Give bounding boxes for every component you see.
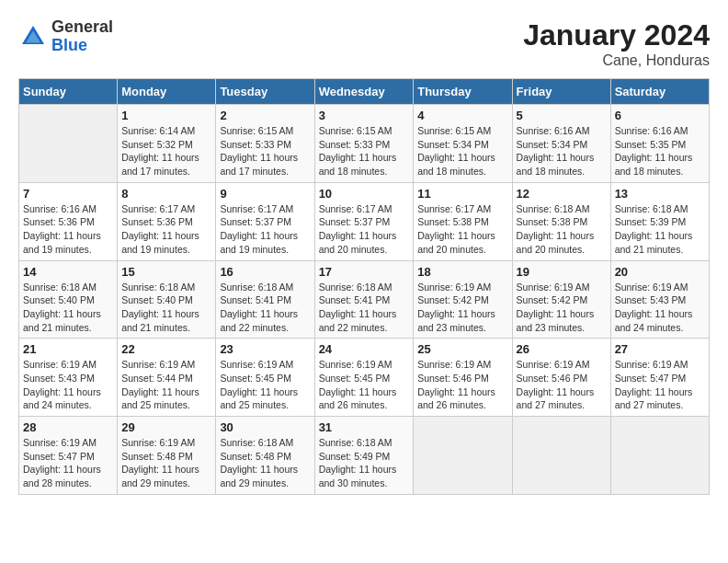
- day-info: Sunrise: 6:18 AM Sunset: 5:40 PM Dayligh…: [121, 281, 211, 335]
- header-cell-tuesday: Tuesday: [216, 79, 314, 105]
- day-info: Sunrise: 6:19 AM Sunset: 5:42 PM Dayligh…: [417, 281, 507, 335]
- day-info: Sunrise: 6:19 AM Sunset: 5:45 PM Dayligh…: [319, 358, 410, 412]
- header-row: SundayMondayTuesdayWednesdayThursdayFrid…: [19, 79, 710, 105]
- day-info: Sunrise: 6:17 AM Sunset: 5:38 PM Dayligh…: [417, 202, 507, 257]
- day-info: Sunrise: 6:18 AM Sunset: 5:49 PM Dayligh…: [319, 436, 410, 490]
- day-info: Sunrise: 6:19 AM Sunset: 5:43 PM Dayligh…: [615, 281, 705, 335]
- day-number: 11: [417, 187, 507, 201]
- day-cell: 25Sunrise: 6:19 AM Sunset: 5:46 PM Dayli…: [414, 339, 512, 417]
- calendar-body: 1Sunrise: 6:14 AM Sunset: 5:32 PM Daylig…: [19, 105, 710, 495]
- day-number: 13: [615, 187, 705, 201]
- day-cell: 23Sunrise: 6:19 AM Sunset: 5:45 PM Dayli…: [216, 339, 314, 417]
- day-info: Sunrise: 6:18 AM Sunset: 5:41 PM Dayligh…: [319, 281, 410, 335]
- day-number: 15: [121, 265, 211, 279]
- day-cell: 24Sunrise: 6:19 AM Sunset: 5:45 PM Dayli…: [314, 339, 414, 417]
- day-info: Sunrise: 6:15 AM Sunset: 5:33 PM Dayligh…: [220, 124, 310, 178]
- day-number: 17: [319, 265, 410, 279]
- day-cell: 16Sunrise: 6:18 AM Sunset: 5:41 PM Dayli…: [216, 260, 314, 339]
- logo: General Blue: [18, 18, 113, 55]
- day-number: 28: [23, 420, 113, 434]
- day-info: Sunrise: 6:19 AM Sunset: 5:42 PM Dayligh…: [517, 281, 607, 335]
- day-cell: 14Sunrise: 6:18 AM Sunset: 5:40 PM Dayli…: [19, 260, 118, 339]
- day-cell: 17Sunrise: 6:18 AM Sunset: 5:41 PM Dayli…: [314, 260, 414, 339]
- day-number: 7: [23, 187, 113, 201]
- header-cell-friday: Friday: [512, 79, 610, 105]
- header-cell-wednesday: Wednesday: [314, 79, 414, 105]
- day-number: 21: [23, 342, 113, 356]
- day-cell: 28Sunrise: 6:19 AM Sunset: 5:47 PM Dayli…: [19, 417, 118, 495]
- day-cell: 15Sunrise: 6:18 AM Sunset: 5:40 PM Dayli…: [118, 260, 216, 339]
- day-cell: 27Sunrise: 6:19 AM Sunset: 5:47 PM Dayli…: [610, 339, 709, 417]
- header-cell-thursday: Thursday: [414, 79, 512, 105]
- day-cell: 4Sunrise: 6:15 AM Sunset: 5:34 PM Daylig…: [414, 105, 512, 183]
- day-info: Sunrise: 6:18 AM Sunset: 5:40 PM Dayligh…: [23, 281, 113, 335]
- day-cell: 9Sunrise: 6:17 AM Sunset: 5:37 PM Daylig…: [216, 182, 314, 260]
- day-cell: 11Sunrise: 6:17 AM Sunset: 5:38 PM Dayli…: [414, 182, 512, 260]
- day-number: 12: [517, 187, 607, 201]
- week-row-2: 7Sunrise: 6:16 AM Sunset: 5:36 PM Daylig…: [19, 182, 710, 260]
- day-number: 3: [319, 109, 410, 122]
- day-cell: 13Sunrise: 6:18 AM Sunset: 5:39 PM Dayli…: [610, 182, 709, 260]
- day-info: Sunrise: 6:16 AM Sunset: 5:34 PM Dayligh…: [517, 124, 607, 178]
- day-info: Sunrise: 6:16 AM Sunset: 5:36 PM Dayligh…: [23, 202, 113, 257]
- day-number: 4: [417, 109, 507, 122]
- day-info: Sunrise: 6:19 AM Sunset: 5:48 PM Dayligh…: [121, 436, 211, 490]
- calendar-table: SundayMondayTuesdayWednesdayThursdayFrid…: [18, 78, 710, 495]
- page-subtitle: Cane, Honduras: [523, 52, 710, 69]
- title-block: January 2024 Cane, Honduras: [523, 18, 710, 69]
- day-number: 19: [517, 265, 607, 279]
- day-cell: [512, 417, 610, 495]
- day-number: 26: [517, 342, 607, 356]
- day-number: 24: [319, 342, 410, 356]
- day-info: Sunrise: 6:17 AM Sunset: 5:36 PM Dayligh…: [121, 202, 211, 257]
- day-cell: 3Sunrise: 6:15 AM Sunset: 5:33 PM Daylig…: [314, 105, 414, 183]
- day-number: 29: [121, 420, 211, 434]
- week-row-4: 21Sunrise: 6:19 AM Sunset: 5:43 PM Dayli…: [19, 339, 710, 417]
- day-cell: 30Sunrise: 6:18 AM Sunset: 5:48 PM Dayli…: [216, 417, 314, 495]
- day-info: Sunrise: 6:19 AM Sunset: 5:43 PM Dayligh…: [23, 358, 113, 412]
- day-number: 18: [417, 265, 507, 279]
- day-info: Sunrise: 6:18 AM Sunset: 5:39 PM Dayligh…: [615, 202, 705, 257]
- day-info: Sunrise: 6:17 AM Sunset: 5:37 PM Dayligh…: [220, 202, 310, 257]
- day-number: 22: [121, 342, 211, 356]
- day-cell: 8Sunrise: 6:17 AM Sunset: 5:36 PM Daylig…: [118, 182, 216, 260]
- day-info: Sunrise: 6:19 AM Sunset: 5:45 PM Dayligh…: [220, 358, 310, 412]
- day-number: 27: [615, 342, 705, 356]
- day-info: Sunrise: 6:19 AM Sunset: 5:47 PM Dayligh…: [615, 358, 705, 412]
- day-cell: 26Sunrise: 6:19 AM Sunset: 5:46 PM Dayli…: [512, 339, 610, 417]
- day-info: Sunrise: 6:19 AM Sunset: 5:46 PM Dayligh…: [517, 358, 607, 412]
- day-number: 6: [615, 109, 705, 122]
- day-info: Sunrise: 6:14 AM Sunset: 5:32 PM Dayligh…: [121, 124, 211, 178]
- day-info: Sunrise: 6:19 AM Sunset: 5:46 PM Dayligh…: [417, 358, 507, 412]
- day-number: 25: [417, 342, 507, 356]
- page-header: General Blue January 2024 Cane, Honduras: [18, 18, 710, 69]
- week-row-1: 1Sunrise: 6:14 AM Sunset: 5:32 PM Daylig…: [19, 105, 710, 183]
- day-info: Sunrise: 6:18 AM Sunset: 5:41 PM Dayligh…: [220, 281, 310, 335]
- day-info: Sunrise: 6:18 AM Sunset: 5:38 PM Dayligh…: [517, 202, 607, 257]
- day-number: 1: [121, 109, 211, 122]
- day-number: 30: [220, 420, 310, 434]
- day-cell: 22Sunrise: 6:19 AM Sunset: 5:44 PM Dayli…: [118, 339, 216, 417]
- day-info: Sunrise: 6:16 AM Sunset: 5:35 PM Dayligh…: [615, 124, 705, 178]
- week-row-3: 14Sunrise: 6:18 AM Sunset: 5:40 PM Dayli…: [19, 260, 710, 339]
- day-info: Sunrise: 6:19 AM Sunset: 5:44 PM Dayligh…: [121, 358, 211, 412]
- day-cell: 7Sunrise: 6:16 AM Sunset: 5:36 PM Daylig…: [19, 182, 118, 260]
- day-number: 31: [319, 420, 410, 434]
- day-info: Sunrise: 6:18 AM Sunset: 5:48 PM Dayligh…: [220, 436, 310, 490]
- day-cell: 6Sunrise: 6:16 AM Sunset: 5:35 PM Daylig…: [610, 105, 709, 183]
- header-cell-sunday: Sunday: [19, 79, 118, 105]
- header-cell-monday: Monday: [118, 79, 216, 105]
- calendar-header: SundayMondayTuesdayWednesdayThursdayFrid…: [19, 79, 710, 105]
- day-cell: 19Sunrise: 6:19 AM Sunset: 5:42 PM Dayli…: [512, 260, 610, 339]
- day-cell: 18Sunrise: 6:19 AM Sunset: 5:42 PM Dayli…: [414, 260, 512, 339]
- header-cell-saturday: Saturday: [610, 79, 709, 105]
- day-cell: 12Sunrise: 6:18 AM Sunset: 5:38 PM Dayli…: [512, 182, 610, 260]
- day-number: 14: [23, 265, 113, 279]
- day-cell: [414, 417, 512, 495]
- day-cell: 21Sunrise: 6:19 AM Sunset: 5:43 PM Dayli…: [19, 339, 118, 417]
- day-number: 10: [319, 187, 410, 201]
- day-cell: 1Sunrise: 6:14 AM Sunset: 5:32 PM Daylig…: [118, 105, 216, 183]
- logo-icon: [18, 22, 48, 52]
- day-number: 20: [615, 265, 705, 279]
- day-cell: 10Sunrise: 6:17 AM Sunset: 5:37 PM Dayli…: [314, 182, 414, 260]
